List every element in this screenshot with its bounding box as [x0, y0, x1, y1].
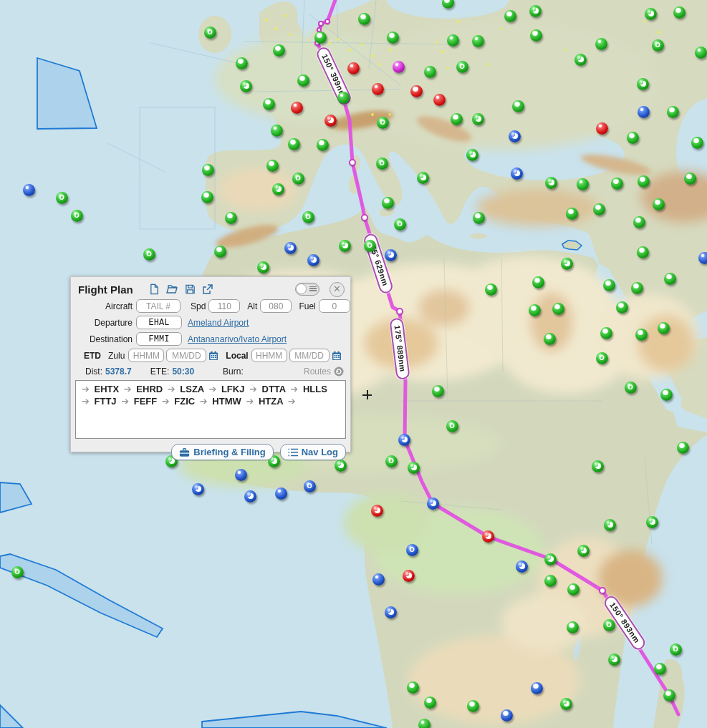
metar-station-marker[interactable] — [472, 113, 484, 125]
departure-airport-link[interactable]: Ameland Airport — [188, 318, 249, 328]
metar-station-marker[interactable] — [501, 709, 513, 722]
metar-station-marker[interactable] — [466, 149, 478, 161]
metar-station-marker[interactable] — [385, 606, 397, 618]
briefing-filing-button[interactable]: Briefing & Filing — [171, 444, 273, 460]
metar-station-marker[interactable] — [372, 573, 385, 586]
route-waypoint-handle[interactable] — [599, 587, 606, 594]
destination-input[interactable] — [136, 332, 182, 346]
metar-station-marker[interactable] — [291, 102, 303, 114]
metar-station-marker[interactable] — [257, 261, 269, 273]
metar-station-marker[interactable] — [408, 462, 420, 474]
alt-input[interactable] — [260, 299, 292, 313]
metar-station-marker[interactable]: O — [670, 644, 682, 656]
metar-station-marker[interactable] — [592, 460, 604, 472]
close-icon[interactable]: ✕ — [330, 282, 345, 297]
metar-station-marker[interactable] — [339, 240, 351, 252]
metar-station-marker[interactable] — [393, 61, 405, 73]
metar-station-marker[interactable]: O — [204, 26, 216, 39]
new-file-icon[interactable] — [149, 283, 160, 295]
metar-station-marker[interactable] — [192, 483, 204, 495]
metar-station-marker[interactable] — [201, 191, 213, 203]
metar-station-marker[interactable] — [596, 122, 608, 135]
metar-station-marker[interactable] — [271, 125, 283, 137]
metar-station-marker[interactable] — [314, 31, 327, 44]
metar-station-marker[interactable] — [235, 469, 247, 481]
metar-station-marker[interactable] — [529, 5, 542, 17]
metar-station-marker[interactable] — [382, 197, 394, 209]
metar-station-marker[interactable] — [324, 115, 337, 127]
metar-station-marker[interactable] — [451, 113, 463, 125]
departure-input[interactable] — [136, 316, 182, 329]
metar-station-marker[interactable]: O — [304, 480, 316, 492]
metar-station-marker[interactable] — [403, 570, 415, 582]
metar-station-marker[interactable] — [663, 689, 675, 702]
open-folder-icon[interactable] — [166, 283, 178, 295]
metar-station-marker[interactable] — [266, 160, 279, 172]
metar-station-marker[interactable]: O — [603, 619, 615, 631]
metar-station-marker[interactable] — [418, 719, 431, 728]
route-waypoint-handle[interactable] — [318, 21, 324, 26]
metar-station-marker[interactable] — [275, 487, 287, 500]
metar-station-marker[interactable]: O — [292, 173, 304, 185]
metar-station-marker[interactable] — [417, 172, 429, 184]
route-waypoint-handle[interactable] — [349, 159, 356, 166]
nav-log-button[interactable]: Nav Log — [280, 444, 346, 460]
metar-station-marker[interactable] — [637, 78, 649, 90]
metar-station-marker[interactable] — [637, 246, 649, 258]
metar-station-marker[interactable]: O — [385, 455, 398, 467]
metar-station-marker[interactable] — [236, 57, 248, 69]
metar-station-marker[interactable] — [387, 31, 399, 44]
metar-station-marker[interactable] — [23, 184, 35, 196]
etd-zulu-date-input[interactable] — [166, 349, 206, 362]
metar-station-marker[interactable] — [603, 279, 615, 291]
metar-station-marker[interactable] — [544, 333, 556, 345]
metar-station-marker[interactable] — [504, 10, 516, 22]
metar-station-marker[interactable] — [485, 283, 497, 296]
metar-station-marker[interactable]: O — [596, 352, 608, 364]
metar-station-marker[interactable] — [635, 329, 648, 341]
metar-station-marker[interactable] — [385, 249, 397, 261]
metar-station-marker[interactable] — [272, 183, 284, 195]
metar-station-marker[interactable] — [560, 698, 572, 710]
metar-station-marker[interactable] — [482, 530, 494, 543]
metar-station-marker[interactable] — [529, 304, 541, 316]
metar-station-marker[interactable] — [567, 621, 579, 634]
share-icon[interactable] — [202, 283, 213, 295]
metar-station-marker[interactable] — [509, 130, 521, 142]
metar-station-marker[interactable] — [284, 242, 297, 254]
local-calendar-icon[interactable] — [332, 351, 342, 361]
metar-station-marker[interactable]: O — [394, 218, 406, 230]
metar-station-marker[interactable] — [407, 681, 419, 694]
metar-station-marker[interactable] — [653, 198, 665, 210]
metar-station-marker[interactable] — [664, 273, 676, 285]
route-waypoint-handle[interactable] — [324, 19, 330, 24]
metar-station-marker[interactable] — [335, 460, 347, 472]
metar-station-marker[interactable] — [695, 47, 707, 59]
metar-station-marker[interactable] — [372, 83, 384, 95]
metar-station-marker[interactable]: O — [302, 211, 314, 223]
metar-station-marker[interactable] — [410, 85, 423, 97]
metar-station-marker[interactable]: O — [143, 248, 155, 261]
metar-station-marker[interactable] — [631, 282, 643, 294]
metar-station-marker[interactable] — [600, 327, 612, 339]
metar-station-marker[interactable] — [611, 178, 623, 190]
route-editor[interactable]: ➔ EHTX ➔ EHRD ➔ LSZA ➔ LFKJ ➔ DTTA ➔ HLL… — [75, 380, 346, 439]
metar-station-marker[interactable] — [552, 303, 564, 315]
metar-station-marker[interactable]: O — [625, 382, 637, 394]
metar-station-marker[interactable]: O — [364, 240, 376, 252]
metar-station-marker[interactable] — [347, 62, 360, 74]
metar-station-marker[interactable] — [244, 490, 256, 503]
metar-station-marker[interactable] — [424, 697, 436, 709]
metar-station-marker[interactable] — [442, 0, 454, 9]
metar-station-marker[interactable] — [658, 322, 670, 334]
metar-station-marker[interactable] — [645, 8, 657, 20]
metar-station-marker[interactable] — [604, 519, 616, 531]
metar-station-marker[interactable] — [577, 178, 589, 190]
metar-station-marker[interactable] — [608, 654, 620, 666]
metar-station-marker[interactable]: O — [376, 157, 388, 170]
metar-station-marker[interactable] — [567, 583, 579, 596]
metar-station-marker[interactable] — [358, 13, 370, 25]
metar-station-marker[interactable] — [561, 258, 573, 270]
metar-station-marker[interactable] — [638, 106, 650, 118]
etd-local-time-input[interactable] — [251, 349, 287, 362]
